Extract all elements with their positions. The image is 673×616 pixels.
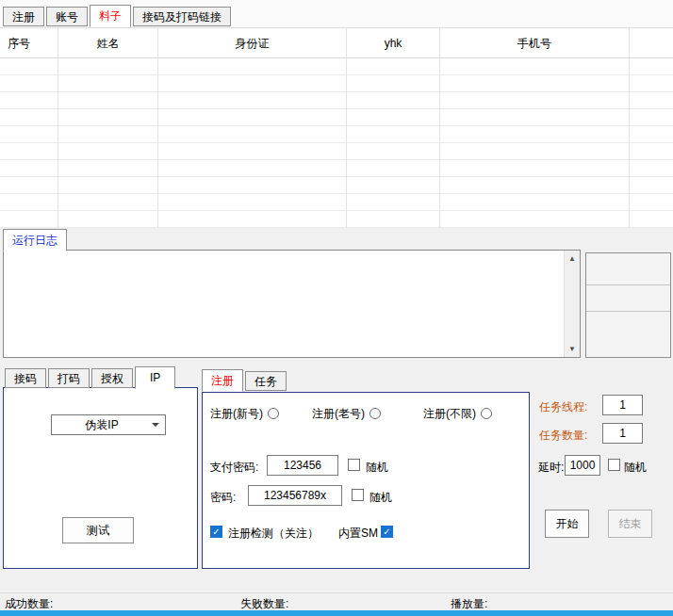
column-header-phone[interactable]: 手机号	[440, 28, 629, 58]
check-icon: ✓	[383, 527, 390, 537]
table-col-index: 序号	[0, 28, 58, 228]
tab-code-links[interactable]: 接码及打码链接	[133, 7, 231, 26]
status-bar: 成功数量: 失败数量: 播放量:	[0, 592, 673, 610]
table-col-idcard: 身份证	[158, 28, 347, 228]
password-input[interactable]	[248, 485, 342, 506]
task-count-input[interactable]	[602, 423, 643, 444]
scroll-down-icon[interactable]: ▼	[565, 341, 580, 357]
column-header-name[interactable]: 姓名	[58, 28, 157, 58]
check-icon: ✓	[212, 527, 220, 537]
ip-panel: 伪装IP 测试	[3, 387, 198, 569]
task-count-label: 任务数量:	[539, 428, 587, 444]
tab-material[interactable]: 料子	[90, 5, 131, 27]
column-header-index[interactable]: 序号	[0, 28, 57, 58]
password-random-checkbox[interactable]	[352, 489, 364, 501]
tab-ip[interactable]: IP	[135, 366, 175, 389]
task-thread-input[interactable]	[602, 395, 643, 415]
column-header-idcard[interactable]: 身份证	[158, 28, 346, 58]
table-column-body	[440, 58, 629, 228]
radio-icon	[481, 408, 492, 419]
table-column-body	[347, 58, 439, 228]
tab-authorize[interactable]: 授权	[91, 368, 133, 388]
scroll-up-icon[interactable]: ▲	[565, 251, 580, 267]
pay-password-random-checkbox[interactable]	[348, 459, 360, 471]
start-button[interactable]: 开始	[545, 510, 589, 538]
table-column-body	[58, 58, 157, 228]
table-column-body	[158, 58, 346, 228]
material-table[interactable]: 序号 姓名 身份证 yhk 手机号	[0, 27, 673, 228]
pay-password-label: 支付密码:	[210, 460, 258, 476]
radio-register-old-label: 注册(老号)	[312, 407, 365, 420]
radio-icon	[268, 408, 279, 419]
pay-password-input[interactable]	[267, 455, 338, 476]
delay-input[interactable]	[565, 455, 600, 476]
register-panel: 注册(新号) 注册(老号) 注册(不限) 支付密码: 随机 密码: 随机 ✓ 注…	[202, 392, 530, 569]
password-label: 密码:	[210, 490, 236, 506]
radio-register-any-label: 注册(不限)	[423, 407, 476, 420]
radio-register-any[interactable]: 注册(不限)	[423, 406, 492, 422]
tab-run-log[interactable]: 运行日志	[3, 229, 67, 251]
register-task-tab-bar: 注册 任务	[202, 369, 288, 391]
radio-register-new[interactable]: 注册(新号)	[210, 406, 279, 422]
table-col-yhk: yhk	[347, 28, 440, 228]
builtin-sm-checkbox[interactable]: ✓	[381, 526, 393, 538]
radio-register-new-label: 注册(新号)	[210, 407, 263, 420]
taskbar-strip	[0, 610, 673, 616]
table-column-body	[0, 58, 57, 228]
disguise-ip-value: 伪装IP	[52, 417, 152, 433]
table-col-phone: 手机号	[440, 28, 630, 228]
table-col-name: 姓名	[58, 28, 158, 228]
chevron-down-icon	[152, 423, 159, 430]
tab-register-settings[interactable]: 注册	[202, 369, 243, 392]
log-tab-bar: 运行日志	[3, 229, 69, 251]
table-col-extra	[630, 28, 673, 228]
register-check-label: 注册检测（关注）	[228, 526, 319, 542]
delay-label: 延时:	[538, 460, 564, 476]
password-random-label: 随机	[369, 490, 392, 506]
disguise-ip-dropdown[interactable]: 伪装IP	[51, 414, 166, 435]
tab-receive-code[interactable]: 接码	[5, 368, 46, 388]
end-button[interactable]: 结束	[608, 510, 652, 538]
tab-task-settings[interactable]: 任务	[245, 371, 287, 391]
side-grid-row	[586, 312, 670, 356]
side-mini-grid[interactable]	[585, 252, 671, 358]
radio-register-old[interactable]: 注册(老号)	[312, 406, 381, 422]
delay-random-label: 随机	[624, 460, 647, 476]
test-button[interactable]: 测试	[62, 517, 134, 543]
app-window: 注册 账号 料子 接码及打码链接 序号 姓名 身份证 yhk 手机号	[0, 0, 673, 616]
column-header-yhk[interactable]: yhk	[347, 28, 439, 58]
side-grid-row	[586, 285, 670, 312]
log-scrollbar[interactable]: ▲ ▼	[564, 251, 580, 357]
top-tab-bar: 注册 账号 料子 接码及打码链接	[3, 5, 233, 26]
builtin-sm-label: 内置SM	[338, 526, 378, 542]
pay-password-random-label: 随机	[366, 460, 388, 476]
tab-captcha[interactable]: 打码	[48, 368, 90, 388]
delay-random-checkbox[interactable]	[608, 459, 620, 471]
service-tab-bar: 接码 打码 授权 IP	[5, 366, 177, 388]
table-column-body	[630, 58, 673, 228]
tab-account[interactable]: 账号	[46, 7, 88, 26]
side-grid-row	[586, 253, 670, 285]
radio-icon	[369, 408, 381, 419]
column-header-extra	[630, 28, 673, 58]
register-check-checkbox[interactable]: ✓	[210, 526, 222, 538]
task-thread-label: 任务线程:	[539, 399, 587, 415]
tab-register[interactable]: 注册	[3, 7, 44, 26]
run-log-output[interactable]: ▲ ▼	[3, 250, 581, 358]
